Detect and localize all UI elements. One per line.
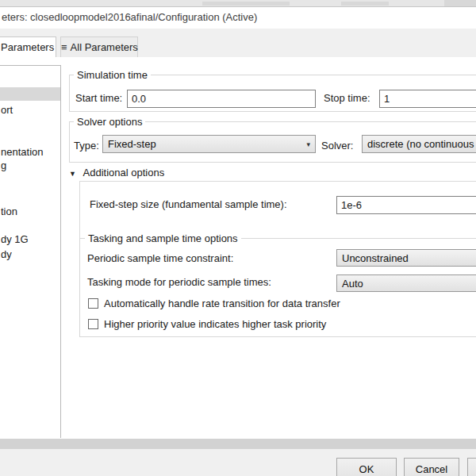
periodic-constraint-dropdown[interactable]: Unconstrained [336, 249, 476, 267]
simulation-time-group-title: Simulation time [74, 69, 151, 81]
configuration-parameters-dialog: eters: closedloopmodel2016afinal/Configu… [0, 0, 476, 476]
help-button-partial[interactable] [467, 458, 476, 476]
higher-priority-label: Higher priority value indicates higher t… [104, 318, 326, 330]
higher-priority-checkbox-row[interactable]: Higher priority value indicates higher t… [88, 318, 326, 330]
sidebar-item[interactable]: tion [1, 205, 17, 217]
stop-time-label: Stop time: [324, 92, 370, 104]
tasking-mode-dropdown[interactable]: Auto [336, 274, 476, 292]
toolbar-remnant-segment [341, 2, 389, 6]
sidebar-item[interactable]: ort [1, 104, 13, 116]
start-time-label: Start time: [75, 92, 122, 104]
fixed-step-size-input[interactable] [336, 196, 476, 214]
solver-dropdown[interactable]: discrete (no continuous s [362, 135, 476, 153]
rate-transition-label: Automatically handle rate transition for… [104, 298, 340, 309]
stop-time-input[interactable] [379, 90, 476, 108]
higher-priority-checkbox[interactable] [88, 319, 98, 329]
start-time-input[interactable] [127, 90, 316, 108]
bottom-divider-band [0, 439, 476, 449]
periodic-constraint-label: Periodic sample time constraint: [87, 252, 233, 264]
sidebar-item[interactable]: dy [1, 248, 12, 260]
periodic-constraint-value: Unconstrained [337, 252, 476, 264]
sidebar-top-border [0, 65, 61, 66]
solver-value: discrete (no continuous s [363, 138, 476, 150]
toolbar-remnant-segment [202, 2, 290, 6]
dialog-title: eters: closedloopmodel2016afinal/Configu… [2, 11, 257, 23]
sidebar-item-selected[interactable] [0, 87, 60, 101]
additional-options-top-border [79, 181, 476, 182]
additional-options-title: Additional options [83, 167, 165, 178]
sidebar-item[interactable]: g [1, 159, 6, 171]
rate-transition-checkbox[interactable] [88, 298, 98, 309]
rate-transition-checkbox-row[interactable]: Automatically handle rate transition for… [88, 298, 340, 309]
toolbar-remnant-segment [444, 0, 476, 6]
tab-label: Parameters [1, 41, 54, 53]
tasking-group-title: Tasking and sample time options [85, 232, 241, 244]
solver-type-label: Type: [74, 140, 99, 152]
solver-options-group-title: Solver options [74, 116, 145, 128]
tab-commonly-used-parameters[interactable]: Parameters [0, 36, 56, 57]
tasking-mode-value: Auto [337, 278, 476, 290]
cancel-button[interactable]: Cancel [404, 458, 459, 476]
sidebar-divider [60, 65, 61, 438]
triangle-down-icon: ▼ [69, 170, 76, 178]
list-icon: ≡ [61, 37, 67, 57]
sidebar-item[interactable]: nentation [1, 146, 44, 158]
solver-type-value: Fixed-step [103, 138, 305, 150]
tasking-mode-label: Tasking mode for periodic sample times: [87, 276, 271, 288]
sidebar-item[interactable]: dy 1G [1, 233, 29, 245]
top-window-edge-strip [0, 0, 476, 7]
solver-label: Solver: [321, 140, 353, 152]
solver-type-dropdown[interactable]: Fixed-step ▾ [102, 135, 316, 153]
tab-label: All Parameters [71, 41, 138, 53]
additional-options-header[interactable]: ▼ Additional options [69, 167, 164, 178]
fixed-step-size-label: Fixed-step size (fundamental sample time… [90, 198, 287, 210]
tab-all-parameters[interactable]: ≡All Parameters [60, 36, 138, 58]
chevron-down-icon: ▾ [305, 140, 315, 148]
ok-button[interactable]: OK [336, 458, 397, 476]
